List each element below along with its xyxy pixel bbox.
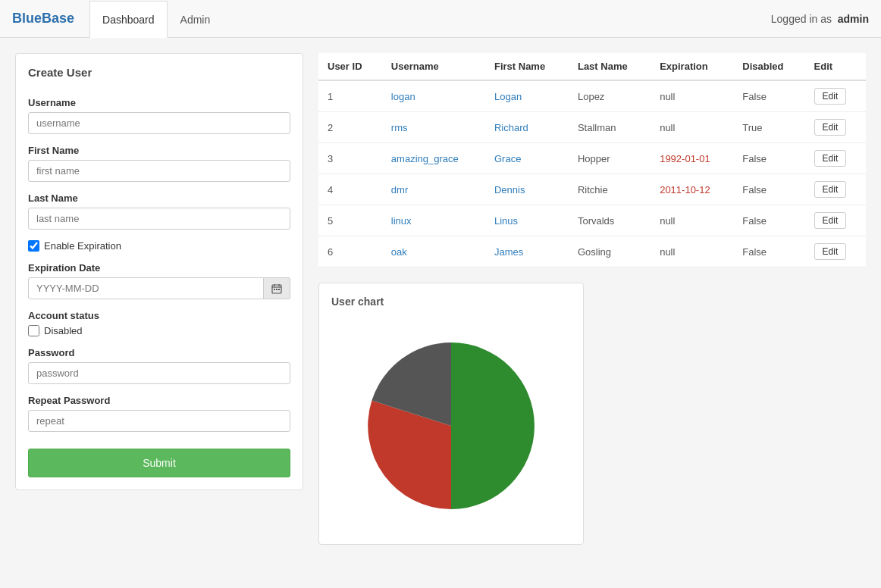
col-username: Username [382,53,485,80]
cell-username: logan [382,80,485,112]
cell-last-name: Hopper [569,143,651,174]
col-first-name: First Name [485,53,569,80]
last-name-group: Last Name [28,192,290,230]
table-row: 5 linux Linus Torvalds null False Edit [318,205,866,236]
cell-edit: Edit [805,236,866,267]
edit-button[interactable]: Edit [814,243,847,260]
cell-disabled: False [733,80,804,112]
navbar: BlueBase Dashboard Admin Logged in as ad… [0,0,881,38]
tab-admin[interactable]: Admin [168,1,224,38]
repeat-password-label: Repeat Password [28,395,290,406]
cell-username: amazing_grace [382,143,485,174]
cell-edit: Edit [805,80,866,112]
page-body: Create User Username First Name Last Nam… [0,38,881,560]
cell-first-name: Grace [485,143,569,174]
cell-expiration: 2011-10-12 [651,174,733,205]
edit-button[interactable]: Edit [814,119,847,136]
col-edit: Edit [805,53,866,80]
cell-id: 3 [318,143,382,174]
cell-last-name: Torvalds [569,205,651,236]
username-label: Username [28,97,290,108]
disabled-checkbox[interactable] [28,325,39,336]
cell-last-name: Ritchie [569,174,651,205]
first-name-group: First Name [28,145,290,182]
cell-edit: Edit [805,205,866,236]
cell-edit: Edit [805,174,866,205]
cell-last-name: Lopez [569,80,651,112]
account-status-group: Account status Disabled [28,310,290,336]
cell-disabled: False [733,236,804,267]
cell-expiration: null [651,80,733,112]
cell-username: dmr [382,174,485,205]
password-input[interactable] [28,362,290,384]
col-disabled: Disabled [733,53,804,80]
password-label: Password [28,347,290,358]
cell-last-name: Gosling [569,236,651,267]
expiration-date-group: Expiration Date [28,262,290,299]
svg-rect-6 [278,289,280,290]
pie-chart [353,327,550,524]
col-last-name: Last Name [569,53,651,80]
calendar-icon [271,283,282,294]
last-name-label: Last Name [28,192,290,204]
cell-expiration: null [651,112,733,143]
chart-title: User chart [331,296,571,308]
username-input[interactable] [28,112,290,134]
table-row: 2 rms Richard Stallman null True Edit [318,112,866,143]
col-user-id: User ID [318,53,382,80]
edit-button[interactable]: Edit [814,150,847,167]
enable-expiration-label: Enable Expiration [44,240,121,252]
cell-first-name: James [485,236,569,267]
expiration-date-row [28,277,290,299]
first-name-input[interactable] [28,160,290,182]
table-row: 6 oak James Gosling null False Edit [318,236,866,267]
cell-disabled: False [733,205,804,236]
cell-username: linux [382,205,485,236]
cell-username: oak [382,236,485,267]
submit-button[interactable]: Submit [28,449,290,477]
repeat-password-input[interactable] [28,410,290,432]
nav-tabs: Dashboard Admin [89,0,223,37]
cell-id: 4 [318,174,382,205]
account-status-label: Account status [28,310,290,321]
cell-expiration: null [651,236,733,267]
cell-first-name: Logan [485,80,569,112]
app-brand: BlueBase [12,11,74,27]
cell-first-name: Linus [485,205,569,236]
cell-id: 2 [318,112,382,143]
create-user-panel: Create User Username First Name Last Nam… [15,53,303,490]
cell-disabled: False [733,174,804,205]
expiration-date-input[interactable] [28,277,264,299]
table-row: 3 amazing_grace Grace Hopper 1992-01-01 … [318,143,866,174]
cell-edit: Edit [805,143,866,174]
chart-panel: User chart [318,283,584,545]
first-name-label: First Name [28,145,290,156]
svg-rect-4 [274,289,275,290]
table-row: 4 dmr Dennis Ritchie 2011-10-12 False Ed… [318,174,866,205]
disabled-label: Disabled [44,325,83,336]
svg-rect-5 [276,289,277,290]
table-header: User ID Username First Name Last Name Ex… [318,53,866,80]
table-row: 1 logan Logan Lopez null False Edit [318,80,866,112]
cell-last-name: Stallman [569,112,651,143]
cell-id: 6 [318,236,382,267]
edit-button[interactable]: Edit [814,181,847,198]
right-panel: User ID Username First Name Last Name Ex… [318,53,866,545]
cell-first-name: Richard [485,112,569,143]
cell-expiration: null [651,205,733,236]
chart-container [331,320,571,532]
calendar-button[interactable] [264,277,290,299]
col-expiration: Expiration [651,53,733,80]
enable-expiration-checkbox[interactable] [28,240,39,252]
repeat-password-group: Repeat Password [28,395,290,432]
panel-title: Create User [28,66,290,85]
cell-disabled: False [733,143,804,174]
cell-username: rms [382,112,485,143]
last-name-input[interactable] [28,208,290,230]
edit-button[interactable]: Edit [814,88,847,105]
expiration-date-label: Expiration Date [28,262,290,274]
cell-expiration: 1992-01-01 [651,143,733,174]
cell-first-name: Dennis [485,174,569,205]
edit-button[interactable]: Edit [814,212,847,229]
tab-dashboard[interactable]: Dashboard [89,1,168,38]
